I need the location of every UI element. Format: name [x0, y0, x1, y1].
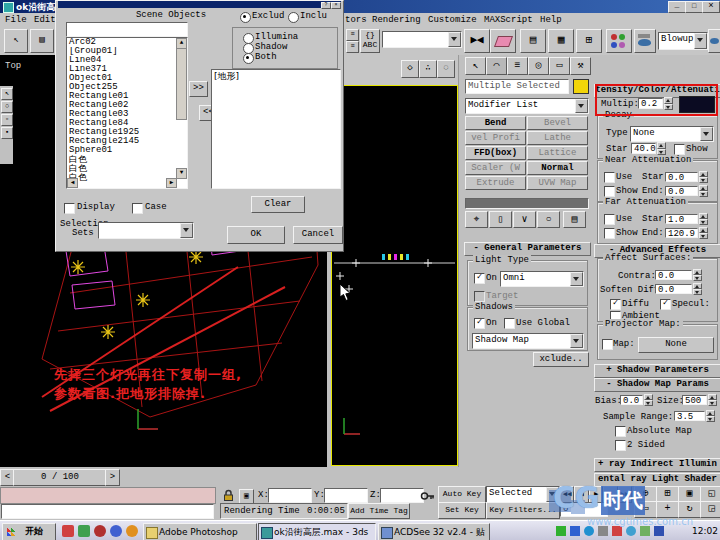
excluded-objects-listbox[interactable]: [地形]	[211, 69, 341, 189]
sample-range-spinner[interactable]: 3.5	[673, 410, 715, 422]
shadow-type-dropdown[interactable]: Shadow Map	[472, 333, 584, 349]
modifier-ffd-button[interactable]: FFD(box)	[465, 146, 526, 160]
arc-rotate-icon[interactable]: ↻	[678, 501, 701, 518]
multiplier-spinner[interactable]: 0.2	[637, 97, 673, 110]
extras-icon-1[interactable]: ◇	[401, 60, 419, 78]
align-icon[interactable]	[490, 29, 516, 53]
dropdown-arrow-icon[interactable]	[694, 33, 707, 49]
ok-button[interactable]: OK	[227, 226, 285, 244]
quick-render-icon[interactable]	[708, 29, 720, 53]
list-item[interactable]: Rectangle1925	[67, 128, 174, 137]
list-item[interactable]: Rectangle2145	[67, 137, 174, 146]
diffuse-checkbox[interactable]	[610, 299, 621, 310]
rollout-mr-light-shader[interactable]: ental ray Light Shader	[594, 473, 720, 487]
select-by-name-icon[interactable]: ▤	[30, 29, 54, 53]
scrollbar-down-icon[interactable]: ▼	[176, 168, 187, 179]
rollout-shadow-map-params[interactable]: - Shadow Map Params	[594, 378, 720, 392]
extras-icon-3[interactable]: ◌	[437, 60, 455, 78]
play-icon[interactable]: ▶	[589, 486, 603, 503]
projector-map-checkbox[interactable]	[602, 339, 613, 350]
time-slider[interactable]: 0 / 100	[13, 469, 107, 486]
min-max-toggle-icon[interactable]: ◲	[700, 501, 720, 518]
pin-stack-icon[interactable]	[465, 211, 488, 228]
quicklaunch-icon-3[interactable]	[94, 525, 106, 537]
tray-icon-1[interactable]	[556, 526, 566, 536]
list-item[interactable]: 白色	[67, 164, 174, 173]
spinner-arrows-icon[interactable]	[644, 394, 653, 406]
render-type-dropdown[interactable]: Blowup	[658, 32, 708, 50]
reactor-icon-4[interactable]: ▪	[1, 127, 13, 139]
spinner-arrows-icon[interactable]	[708, 394, 717, 406]
dropdown-arrow-icon[interactable]	[180, 223, 193, 238]
schematic-view-icon[interactable]: ⊞	[576, 29, 602, 53]
tray-icon-2[interactable]	[570, 526, 580, 536]
menu-help[interactable]: Help	[540, 15, 562, 25]
specular-checkbox[interactable]	[660, 299, 671, 310]
material-editor-icon[interactable]	[606, 29, 632, 53]
dialog-title-bar[interactable]: ? ×	[58, 1, 341, 8]
projector-map-button[interactable]: None	[638, 337, 714, 353]
menu-file[interactable]: File	[5, 15, 27, 25]
task-3dsmax[interactable]: ok沿街高层.max - 3ds m...	[258, 523, 376, 540]
object-name-field[interactable]: Multiple Selected	[465, 79, 569, 94]
pan-icon[interactable]: +	[656, 501, 679, 518]
menu-edit[interactable]: Edit	[34, 15, 56, 25]
list-item[interactable]: Sphere01	[67, 146, 174, 155]
named-selection-dropdown[interactable]	[382, 31, 462, 48]
list-item[interactable]: Rectangle03	[67, 110, 174, 119]
start-button[interactable]: 开始	[2, 523, 56, 540]
scrollbar-right-icon[interactable]: ▶	[166, 178, 177, 188]
decay-type-dropdown[interactable]: None	[630, 126, 714, 142]
modifier-list-dropdown[interactable]: Modifier List	[465, 98, 589, 114]
menu-graph-editors[interactable]: tors	[345, 15, 367, 25]
list-item[interactable]: Object01	[67, 74, 174, 83]
rollout-general-parameters[interactable]: - General Parameters	[464, 242, 591, 256]
auto-key-button[interactable]: Auto Key	[438, 486, 486, 503]
list-item[interactable]: Line04	[67, 56, 174, 65]
tab-modify-icon[interactable]	[486, 57, 507, 75]
dropdown-arrow-icon[interactable]	[700, 127, 713, 141]
scrollbar-thumb[interactable]	[176, 48, 187, 120]
move-right-button[interactable]: >>	[189, 81, 208, 97]
z-coordinate-field[interactable]	[380, 488, 424, 503]
far-use-checkbox[interactable]	[604, 214, 615, 225]
selection-sets-dropdown[interactable]	[98, 222, 194, 239]
spinner-arrows-icon[interactable]	[699, 227, 708, 239]
tray-icon-4[interactable]	[598, 526, 608, 536]
task-photoshop[interactable]: Adobe Photoshop	[143, 523, 257, 540]
key-filters-button[interactable]: Key Filters...	[486, 502, 560, 519]
dropdown-arrow-icon[interactable]	[570, 334, 583, 348]
object-filter-field[interactable]	[66, 22, 188, 37]
object-color-swatch[interactable]	[573, 79, 589, 94]
minimize-button[interactable]: _	[668, 1, 686, 13]
toolbar-handle2-icon[interactable]: ≡	[346, 41, 359, 53]
render-setup-icon[interactable]	[634, 29, 656, 53]
spinner-arrows-icon[interactable]	[699, 185, 708, 197]
goto-end-icon[interactable]: ▶▶	[618, 486, 632, 503]
rollout-mr-indirect[interactable]: + ray Indirect Illumin	[594, 458, 720, 472]
spinner-arrows-icon[interactable]	[693, 283, 702, 295]
modifier-normal-button[interactable]: Normal	[527, 161, 588, 175]
close-button[interactable]: ×	[702, 1, 720, 13]
tab-display-icon[interactable]	[549, 57, 570, 75]
light-type-dropdown[interactable]: Omni	[500, 271, 584, 287]
near-show-checkbox[interactable]	[604, 186, 615, 197]
layer-manager-icon[interactable]: ▤	[520, 29, 546, 53]
show-end-result-icon[interactable]	[489, 211, 512, 228]
absolute-map-checkbox[interactable]	[615, 426, 626, 437]
decay-start-spinner[interactable]: 40.0	[630, 142, 666, 155]
tab-motion-icon[interactable]	[528, 57, 549, 75]
make-unique-icon[interactable]	[513, 211, 536, 228]
extras-icon-2[interactable]: ∴	[419, 60, 437, 78]
zoom-region-icon[interactable]: ▭	[634, 501, 657, 518]
quicklaunch-icon-2[interactable]	[78, 525, 90, 537]
exclude-radio[interactable]	[240, 12, 251, 23]
soften-spinner[interactable]: 0.0	[654, 283, 702, 295]
spinner-arrows-icon[interactable]	[657, 142, 666, 155]
quicklaunch-icon-5[interactable]	[126, 525, 138, 537]
maximize-button[interactable]: □	[685, 1, 703, 13]
near-start-spinner[interactable]: 0.0	[664, 171, 708, 183]
list-item[interactable]: Rectangle84	[67, 119, 174, 128]
set-key-button[interactable]: Set Key	[438, 502, 486, 519]
spinner-arrows-icon[interactable]	[699, 171, 708, 183]
